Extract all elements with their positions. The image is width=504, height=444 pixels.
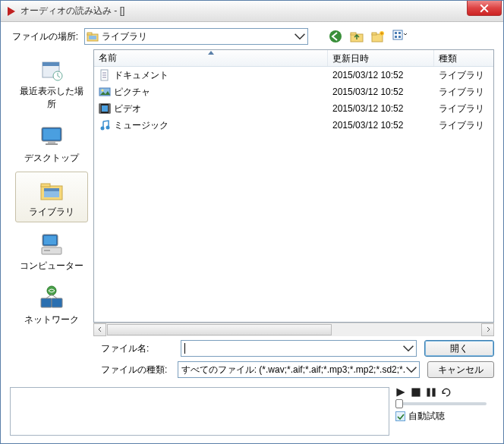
svg-rect-24: [44, 188, 59, 191]
filetype-combo[interactable]: すべてのファイル: (*.wav;*.aif;*.aif;*.mp3;*.mp2…: [178, 361, 420, 378]
dialog-window: オーディオの読み込み - [] ファイルの場所: ライブラリ: [0, 0, 504, 444]
file-name: ミュージック: [114, 119, 169, 132]
recent-places-icon: [38, 56, 65, 83]
video-icon: [99, 102, 111, 115]
column-header-date[interactable]: 更新日時: [328, 50, 434, 66]
cancel-button-label: キャンセル: [438, 364, 484, 376]
desktop-icon: [38, 123, 65, 150]
svg-point-3: [329, 30, 342, 43]
sidebar-item-label: デスクトップ: [24, 152, 79, 165]
column-type-label: 種類: [439, 53, 457, 64]
close-button[interactable]: [467, 1, 502, 16]
file-date: 2015/03/12 10:52: [328, 120, 434, 131]
scroll-left-icon[interactable]: [93, 323, 106, 336]
libraries-icon: [38, 177, 65, 204]
horizontal-scrollbar[interactable]: [93, 323, 494, 335]
svg-rect-2: [89, 36, 96, 39]
file-type: ライブラリ: [434, 86, 493, 99]
auto-preview-label: 自動試聴: [408, 410, 445, 423]
open-button[interactable]: 開く: [424, 340, 494, 357]
sidebar-network[interactable]: ネットワーク: [15, 279, 88, 330]
filename-row: ファイル名: 開く: [10, 340, 494, 357]
view-menu-icon[interactable]: [392, 29, 407, 44]
svg-rect-36: [99, 104, 101, 113]
open-button-label: 開く: [450, 342, 468, 355]
column-header-name[interactable]: 名前: [94, 50, 328, 66]
filename-combo[interactable]: [181, 340, 417, 357]
sidebar-item-label: 最近表示した場所: [17, 85, 86, 111]
svg-rect-15: [43, 62, 59, 66]
sidebar-libraries[interactable]: ライブラリ: [15, 172, 88, 222]
auto-preview-row: 自動試聴: [395, 410, 445, 423]
column-date-label: 更新日時: [332, 53, 369, 64]
filetype-row: ファイルの種類: すべてのファイル: (*.wav;*.aif;*.aif;*.…: [10, 361, 494, 378]
sidebar-computer[interactable]: コンピューター: [15, 225, 88, 276]
back-icon[interactable]: [328, 29, 343, 44]
file-row[interactable]: ビデオ2015/03/12 10:52ライブラリ: [94, 100, 493, 117]
sidebar-desktop[interactable]: デスクトップ: [15, 118, 88, 168]
player-controls: [395, 387, 452, 398]
filetype-value: すべてのファイル: (*.wav;*.aif;*.aif;*.mp3;*.mp2…: [181, 364, 405, 376]
scroll-right-icon[interactable]: [481, 323, 494, 336]
main-area: 最近表示した場所 デスクトップ ライブラリ: [10, 49, 494, 335]
svg-rect-12: [395, 36, 397, 38]
folder-icon: [87, 30, 99, 43]
file-list[interactable]: ドキュメント2015/03/12 10:52ライブラリピクチャ2015/03/1…: [94, 67, 493, 322]
picture-icon: [99, 86, 111, 98]
filename-label: ファイル名:: [101, 342, 173, 355]
location-value: ライブラリ: [102, 30, 147, 43]
seek-knob[interactable]: [395, 399, 403, 408]
file-type: ライブラリ: [434, 102, 493, 115]
play-icon[interactable]: [395, 387, 406, 398]
svg-rect-22: [41, 184, 50, 187]
file-type: ライブラリ: [434, 69, 493, 82]
seek-slider[interactable]: [395, 402, 487, 405]
svg-point-40: [106, 126, 110, 130]
svg-rect-41: [411, 388, 420, 396]
titlebar: オーディオの読み込み - []: [1, 1, 503, 22]
file-name: ビデオ: [114, 102, 141, 115]
location-label: ファイルの場所:: [10, 30, 78, 43]
sidebar-item-label: ネットワーク: [24, 313, 79, 326]
dropdown-icon: [402, 342, 414, 354]
scroll-thumb[interactable]: [107, 324, 332, 335]
svg-rect-5: [351, 33, 356, 35]
file-row[interactable]: ミュージック2015/03/12 10:52ライブラリ: [94, 117, 493, 134]
svg-rect-19: [48, 141, 55, 143]
scroll-track[interactable]: [106, 323, 481, 336]
sidebar-item-label: コンピューター: [20, 260, 83, 272]
sort-ascending-icon: [208, 51, 214, 55]
location-combo[interactable]: ライブラリ: [84, 28, 308, 45]
new-folder-icon[interactable]: [370, 29, 386, 44]
music-icon: [99, 119, 111, 131]
svg-rect-28: [44, 250, 50, 251]
app-icon: [5, 5, 17, 17]
file-row[interactable]: ピクチャ2015/03/12 10:52ライブラリ: [94, 83, 493, 100]
svg-rect-13: [398, 36, 401, 38]
computer-icon: [38, 231, 65, 258]
file-name: ドキュメント: [114, 69, 169, 82]
dialog-body: ファイルの場所: ライブラリ: [1, 22, 503, 443]
up-folder-icon[interactable]: [349, 29, 364, 44]
document-icon: [99, 69, 111, 81]
svg-rect-10: [395, 32, 397, 34]
cancel-button[interactable]: キャンセル: [427, 361, 494, 378]
places-sidebar: 最近表示した場所 デスクトップ ライブラリ: [10, 49, 93, 335]
auto-preview-checkbox[interactable]: [395, 411, 405, 421]
file-row[interactable]: ドキュメント2015/03/12 10:52ライブラリ: [94, 67, 493, 83]
toolbar-icons: [328, 29, 407, 44]
loop-icon[interactable]: [441, 387, 452, 398]
dropdown-icon: [294, 30, 306, 43]
preview-row: 自動試聴: [10, 387, 494, 436]
sidebar-recent-places[interactable]: 最近表示した場所: [15, 51, 88, 115]
stop-icon[interactable]: [411, 387, 421, 398]
window-title: オーディオの読み込み - []: [20, 5, 124, 17]
file-list-header: 名前 更新日時 種類: [94, 50, 493, 67]
file-date: 2015/03/12 10:52: [328, 87, 434, 97]
svg-point-34: [102, 90, 104, 92]
dropdown-icon: [405, 364, 417, 376]
pause-icon[interactable]: [426, 387, 436, 398]
column-header-type[interactable]: 種類: [434, 50, 493, 66]
svg-rect-18: [43, 129, 60, 140]
column-name-label: 名前: [99, 52, 117, 65]
